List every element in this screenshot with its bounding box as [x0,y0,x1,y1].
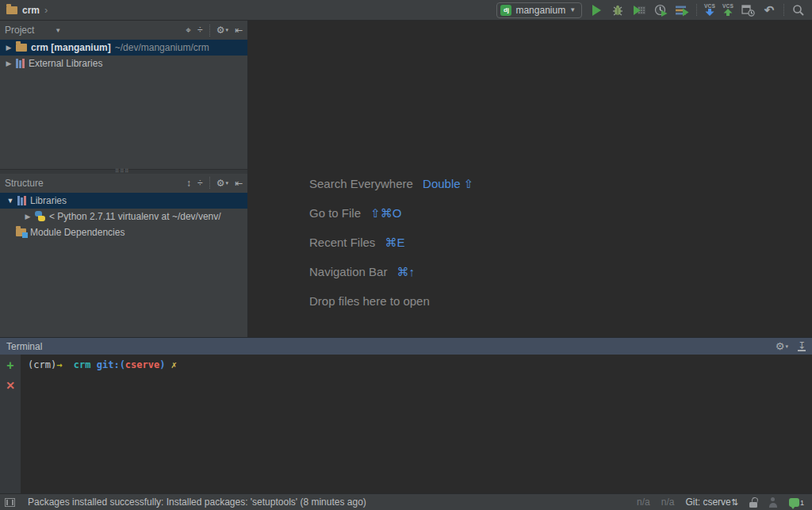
collapse-all-icon[interactable]: ÷ [197,25,203,35]
concurrency-icon [676,4,689,17]
git-branch: cserve [125,359,159,370]
project-view-combo-icon[interactable]: ▼ [55,27,61,34]
panel-splitter[interactable]: ⠿⠿⠿ [0,169,247,174]
tree-row-external-libraries[interactable]: ▶ External Libraries [0,56,247,71]
terminal-settings-button[interactable]: ⚙ ▾ [776,341,788,351]
status-na-2: n/a [661,497,675,508]
breadcrumb-chevron-icon: › [44,4,48,16]
toolbar-separator [696,4,697,16]
expand-arrow-icon[interactable]: ▶ [24,213,32,220]
project-panel-title[interactable]: Project [5,25,34,36]
git-dirty-marker: ✗ [171,359,177,370]
new-session-button[interactable]: + [6,360,13,371]
project-tree: ▶ crm [manganium] ~/dev/manganium/crm ▶ … [0,40,247,71]
collapse-arrow-icon[interactable]: ▼ [6,197,14,205]
gear-dropdown-icon: ▾ [225,180,228,186]
status-bar: Packages installed successfully: Install… [0,493,812,510]
run-button[interactable] [589,3,603,17]
terminal-header[interactable]: Terminal ⚙ ▾ ↧ [0,337,812,355]
titlebar: crm › dj manganium ▼ [0,0,812,21]
concurrency-diagram-button[interactable] [675,3,689,17]
run-configuration-select[interactable]: dj manganium ▼ [496,2,582,18]
undo-icon: ↶ [764,3,775,17]
shortcut-label: Search Everywhere [309,177,413,190]
left-tool-windows: Project ▼ ⌖ ÷ ⚙ ▾ ⇤ ▶ crm [mangan [0,21,248,337]
tree-row-module-dependencies[interactable]: Module Dependencies [0,224,247,240]
git-branch-widget[interactable]: Git: cserve⇅ [685,497,738,508]
gear-dropdown-icon: ▾ [785,343,788,350]
structure-panel-header: Structure ↕ ÷ ⚙ ▾ ⇤ [0,174,247,193]
drop-hint-label: Drop files here to open [309,294,430,308]
tree-row-project-root[interactable]: ▶ crm [manganium] ~/dev/manganium/crm [0,40,247,56]
project-tree-empty-space [0,71,247,169]
tool-window-toggle-icon[interactable] [5,498,15,507]
run-config-dropdown-icon: ▼ [569,6,576,13]
git-branch-arrows-icon: ⇅ [731,497,738,507]
collapse-all-icon[interactable]: ÷ [197,178,203,188]
hide-terminal-icon[interactable]: ↧ [798,342,806,351]
vcs-update-arrow-icon [705,9,714,16]
inspection-profile-icon[interactable] [768,497,778,508]
project-settings-button[interactable]: ⚙ ▾ [216,25,228,35]
module-grid-icon [22,232,28,238]
window-history-icon [741,4,755,17]
drop-files-hint: Drop files here to open [309,294,473,312]
structure-panel-title[interactable]: Structure [5,178,44,189]
terminal-tool-window: Terminal ⚙ ▾ ↧ + ✕ (crm)→ crm git:(cserv… [0,337,812,493]
run-configuration-name: manganium [515,5,565,16]
libraries-icon [16,59,25,68]
lock-icon[interactable] [749,497,757,508]
shortcut-go-to-file: Go to File ⇧⌘O [309,206,473,224]
shortcut-keys: Double ⇧ [423,177,473,190]
debug-button[interactable] [611,3,625,17]
status-message[interactable]: Packages installed successfully: Install… [28,497,366,508]
terminal-toolbar: + ✕ [0,355,21,493]
expand-all-icon[interactable]: ↕ [186,178,191,188]
editor-area[interactable]: Search Everywhere Double ⇧ Go to File ⇧⌘… [248,21,812,337]
gear-icon: ⚙ [776,341,785,351]
tree-row-libraries[interactable]: ▼ Libraries [0,193,247,209]
undo-button[interactable]: ↶ [762,3,776,17]
shortcut-search-everywhere: Search Everywhere Double ⇧ [309,177,473,194]
notification-bubble-icon [789,498,799,507]
locate-file-icon[interactable]: ⌖ [186,25,191,35]
shortcut-label: Go to File [309,206,361,220]
coverage-icon [633,4,646,17]
run-icon [592,5,601,16]
hide-panel-icon[interactable]: ⇤ [235,178,243,188]
terminal-output[interactable]: (crm)→ crm git:(cserve) ✗ [21,355,812,493]
hide-panel-icon[interactable]: ⇤ [235,25,243,35]
expand-arrow-icon[interactable]: ▶ [5,59,13,67]
structure-tree: ▼ Libraries ▶ < Python 2.7.11 virtualenv… [0,193,247,240]
project-root-name: crm [manganium] [31,42,111,53]
structure-settings-button[interactable]: ⚙ ▾ [216,178,228,188]
clock-profiler-icon [654,4,668,17]
python-icon [35,211,45,221]
search-everywhere-button[interactable] [791,3,806,17]
tree-row-python-interpreter[interactable]: ▶ < Python 2.7.11 virtualenv at ~/dev/ve… [0,209,247,224]
navigation-breadcrumb[interactable]: crm › [6,4,48,16]
notification-count: 1 [800,499,804,507]
libraries-label: Libraries [30,195,67,206]
expand-arrow-icon[interactable]: ▶ [5,44,13,52]
terminal-title: Terminal [6,341,42,352]
libraries-icon [17,196,26,205]
close-session-button[interactable]: ✕ [6,381,15,391]
profiler-button[interactable] [653,3,668,17]
project-folder-icon [6,6,17,14]
shortcut-keys: ⌘↑ [397,265,416,278]
shortcut-label: Navigation Bar [309,265,387,278]
folder-icon [16,44,27,52]
recent-changes-button[interactable] [741,3,755,17]
shortcut-keys: ⌘E [385,236,405,249]
toolbar-separator [783,4,784,16]
breadcrumb-project-name[interactable]: crm [22,5,40,16]
header-separator [209,25,210,36]
vcs-commit-arrow-icon [723,9,733,16]
event-log-balloon[interactable]: 1 [789,498,804,507]
run-with-coverage-button[interactable] [632,3,646,17]
vcs-commit-button[interactable]: VCS [722,4,733,17]
gear-icon: ⚙ [216,178,225,188]
prompt-directory: crm [74,359,91,370]
vcs-update-button[interactable]: VCS [704,4,715,17]
